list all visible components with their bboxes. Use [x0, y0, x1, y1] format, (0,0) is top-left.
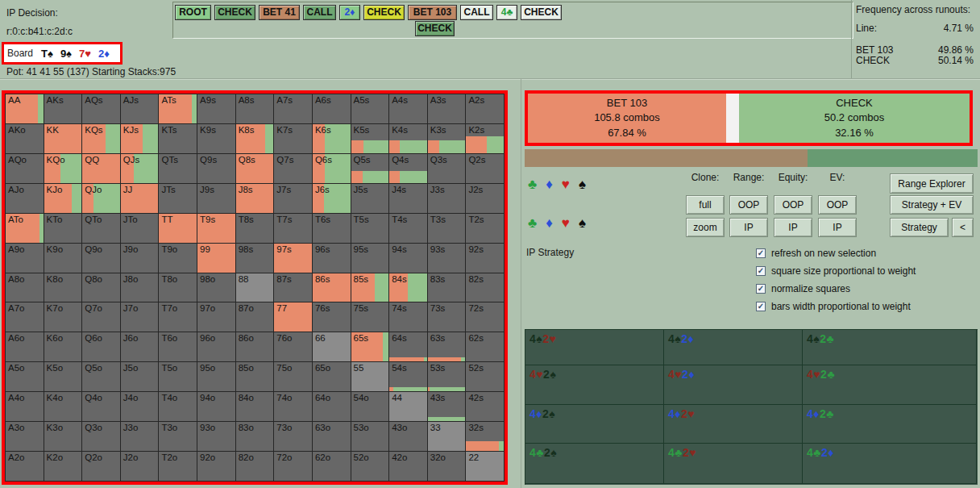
matrix-cell-KJs[interactable]: KJs — [121, 124, 159, 153]
combo-cell-4d2h[interactable]: 4♦2♥ — [664, 405, 803, 444]
matrix-cell-AJo[interactable]: AJo — [6, 184, 44, 213]
matrix-cell-97s[interactable]: 97s — [274, 244, 312, 273]
matrix-cell-AQo[interactable]: AQo — [6, 154, 44, 183]
matrix-cell-KQs[interactable]: KQs — [82, 124, 120, 153]
matrix-cell-A6o[interactable]: A6o — [6, 332, 44, 361]
matrix-cell-33[interactable]: 33 — [428, 422, 466, 451]
matrix-cell-TT[interactable]: TT — [159, 214, 197, 243]
matrix-cell-K6s[interactable]: K6s — [313, 124, 351, 153]
matrix-cell-J2s[interactable]: J2s — [466, 184, 504, 213]
matrix-cell-88[interactable]: 88 — [236, 273, 274, 302]
matrix-cell-J7s[interactable]: J7s — [274, 184, 312, 213]
matrix-cell-J8s[interactable]: J8s — [236, 184, 274, 213]
matrix-cell-42s[interactable]: 42s — [466, 392, 504, 421]
ip-button[interactable]: IP — [774, 218, 812, 237]
matrix-cell-K9o[interactable]: K9o — [44, 244, 82, 273]
matrix-cell-T2o[interactable]: T2o — [159, 452, 197, 481]
matrix-cell-63o[interactable]: 63o — [313, 422, 351, 451]
matrix-cell-43o[interactable]: 43o — [389, 422, 427, 451]
combo-cell-4h2s[interactable]: 4♥2♠ — [525, 365, 664, 405]
checkbox-row[interactable]: ✓refresh on new selection — [756, 248, 876, 259]
combo-cell-4c2s[interactable]: 4♣2♠ — [525, 444, 664, 484]
matrix-cell-94o[interactable]: 94o — [197, 392, 235, 421]
matrix-cell-Q9o[interactable]: Q9o — [82, 244, 120, 273]
tree-node-check[interactable]: CHECK — [521, 5, 562, 20]
matrix-cell-K8s[interactable]: K8s — [236, 124, 274, 153]
matrix-cell-92s[interactable]: 92s — [466, 244, 504, 273]
tree-node-2d[interactable]: 2♦ — [339, 5, 360, 20]
matrix-cell-32s[interactable]: 32s — [466, 422, 504, 451]
matrix-cell-72s[interactable]: 72s — [466, 302, 504, 332]
combo-cell-4h2d[interactable]: 4♥2♦ — [664, 365, 803, 405]
spade-filter-icon[interactable]: ♠ — [579, 216, 586, 230]
matrix-cell-T3s[interactable]: T3s — [428, 214, 466, 243]
checkbox-row[interactable]: ✓square size proportional to weight — [756, 265, 916, 277]
matrix-cell-K8o[interactable]: K8o — [44, 273, 82, 302]
matrix-cell-AKo[interactable]: AKo — [6, 124, 44, 153]
matrix-cell-82s[interactable]: 82s — [466, 273, 504, 302]
matrix-cell-A9o[interactable]: A9o — [6, 244, 44, 273]
matrix-cell-AA[interactable]: AA — [6, 94, 44, 123]
matrix-cell-A4s[interactable]: A4s — [389, 94, 427, 123]
matrix-cell-T6s[interactable]: T6s — [313, 214, 351, 243]
matrix-cell-JJ[interactable]: JJ — [121, 184, 159, 213]
matrix-cell-97o[interactable]: 97o — [197, 302, 235, 332]
oop-button[interactable]: OOP — [818, 195, 857, 215]
matrix-cell-T2s[interactable]: T2s — [466, 214, 504, 243]
spade-filter-icon[interactable]: ♠ — [579, 177, 586, 191]
matrix-cell-A4o[interactable]: A4o — [6, 392, 44, 421]
full-button[interactable]: full — [686, 195, 725, 215]
matrix-cell-87s[interactable]: 87s — [274, 273, 312, 302]
matrix-cell-T3o[interactable]: T3o — [159, 422, 197, 451]
matrix-cell-A7o[interactable]: A7o — [6, 302, 44, 332]
matrix-cell-43s[interactable]: 43s — [428, 392, 466, 421]
matrix-cell-J8o[interactable]: J8o — [121, 273, 159, 302]
checkbox[interactable]: ✓ — [756, 302, 766, 311]
matrix-cell-52o[interactable]: 52o — [351, 452, 389, 481]
matrix-cell-T5s[interactable]: T5s — [351, 214, 389, 243]
matrix-cell-74s[interactable]: 74s — [389, 302, 427, 332]
matrix-cell-84s[interactable]: 84s — [389, 273, 427, 302]
tree-node-call[interactable]: CALL — [303, 5, 336, 20]
matrix-cell-82o[interactable]: 82o — [236, 452, 274, 481]
matrix-cell-53s[interactable]: 53s — [428, 362, 466, 391]
matrix-cell-A3s[interactable]: A3s — [428, 94, 466, 123]
oop-button[interactable]: OOP — [774, 195, 812, 215]
matrix-cell-Q6o[interactable]: Q6o — [82, 332, 120, 361]
matrix-cell-Q4o[interactable]: Q4o — [82, 392, 120, 421]
back-arrow-button[interactable]: < — [952, 218, 974, 237]
combo-cell-4c2h[interactable]: 4♣2♥ — [664, 444, 803, 484]
matrix-cell-A7s[interactable]: A7s — [274, 94, 312, 123]
ip-button[interactable]: IP — [818, 218, 857, 237]
matrix-cell-K2o[interactable]: K2o — [44, 452, 82, 481]
matrix-cell-42o[interactable]: 42o — [389, 452, 427, 481]
matrix-cell-J5s[interactable]: J5s — [351, 184, 389, 213]
matrix-cell-T7o[interactable]: T7o — [159, 302, 197, 332]
matrix-cell-Q8s[interactable]: Q8s — [236, 154, 274, 183]
matrix-cell-J3o[interactable]: J3o — [121, 422, 159, 451]
matrix-cell-AQs[interactable]: AQs — [82, 94, 120, 123]
matrix-cell-AKs[interactable]: AKs — [44, 94, 82, 123]
checkbox[interactable]: ✓ — [756, 248, 766, 258]
matrix-cell-K3s[interactable]: K3s — [428, 124, 466, 153]
combo-cell-4d2s[interactable]: 4♦2♠ — [525, 405, 664, 444]
matrix-cell-96o[interactable]: 96o — [197, 332, 235, 361]
matrix-cell-J9o[interactable]: J9o — [121, 244, 159, 273]
matrix-cell-72o[interactable]: 72o — [274, 452, 312, 481]
matrix-cell-64s[interactable]: 64s — [389, 332, 427, 361]
tree-node-second-row-check[interactable]: CHECK — [415, 21, 455, 36]
matrix-cell-Q4s[interactable]: Q4s — [389, 154, 427, 183]
matrix-cell-99[interactable]: 99 — [197, 244, 235, 273]
matrix-cell-K6o[interactable]: K6o — [44, 332, 82, 361]
combo-cell-4s2h[interactable]: 4♠2♥ — [525, 330, 664, 365]
matrix-cell-54s[interactable]: 54s — [389, 362, 427, 391]
matrix-cell-J9s[interactable]: J9s — [197, 184, 235, 213]
matrix-cell-85s[interactable]: 85s — [351, 273, 389, 302]
matrix-cell-Q8o[interactable]: Q8o — [82, 273, 120, 302]
matrix-cell-63s[interactable]: 63s — [428, 332, 466, 361]
matrix-cell-K9s[interactable]: K9s — [197, 124, 235, 153]
matrix-cell-QQ[interactable]: QQ — [82, 154, 120, 183]
matrix-cell-A3o[interactable]: A3o — [6, 422, 44, 451]
matrix-cell-84o[interactable]: 84o — [236, 392, 274, 421]
matrix-cell-A9s[interactable]: A9s — [197, 94, 235, 123]
